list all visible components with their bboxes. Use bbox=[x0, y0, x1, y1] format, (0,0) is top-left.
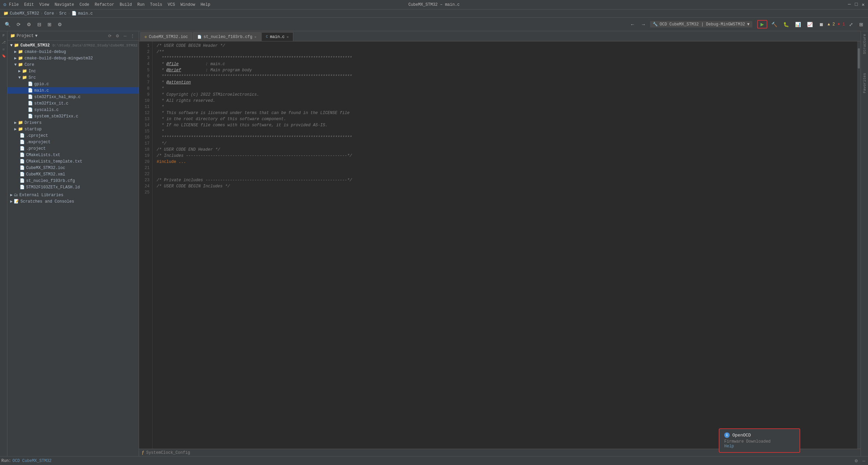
toolbar-gear[interactable]: ⚙ bbox=[56, 20, 64, 29]
breadcrumb-file[interactable]: main.c bbox=[78, 11, 93, 16]
panel-gear-btn[interactable]: ⋮ bbox=[129, 33, 136, 39]
editor-scrollbar-thumb[interactable] bbox=[858, 48, 860, 69]
tree-main-label: main.c bbox=[34, 88, 49, 93]
tab-main[interactable]: C main.c ✕ bbox=[261, 32, 293, 41]
tree-mxproject[interactable]: 📄 .mxproject bbox=[7, 139, 139, 145]
tree-flash-ld[interactable]: 📄 STM32F103ZETx_FLASH.ld bbox=[7, 184, 139, 190]
tree-cproject[interactable]: 📄 .cproject bbox=[7, 132, 139, 139]
menu-build[interactable]: Build bbox=[120, 2, 132, 7]
tree-main[interactable]: 📄 main.c bbox=[7, 87, 139, 94]
tree-ioc[interactable]: 📄 CubeMX_STM32.ioc bbox=[7, 165, 139, 171]
tree-cmakelists[interactable]: 📄 CMakeLists.txt bbox=[7, 152, 139, 158]
tree-cfg[interactable]: 📄 st_nucleo_f103rb.cfg bbox=[7, 178, 139, 184]
debug-button[interactable]: 🐛 bbox=[781, 20, 791, 29]
minimize-button[interactable]: ─ bbox=[848, 2, 851, 7]
tree-startup[interactable]: ▶ 📁 startup bbox=[7, 126, 139, 132]
project-panel-dropdown-icon[interactable]: ▼ bbox=[35, 34, 37, 38]
menu-view[interactable]: View bbox=[39, 2, 49, 7]
tab-cfg-close[interactable]: ✕ bbox=[254, 35, 256, 39]
tree-system-icon: 📄 bbox=[28, 114, 33, 119]
file-tree: ▼ 📁 CubeMX_STM32 D:\Study_Data\STM32_Stu… bbox=[7, 41, 139, 456]
run-settings-btn[interactable]: ⚙ bbox=[853, 458, 860, 464]
coverage-button[interactable]: 📊 bbox=[793, 20, 803, 29]
tree-cmakelists-template[interactable]: 📄 CMakeLists_template.txt bbox=[7, 158, 139, 165]
tab-main-close[interactable]: ✕ bbox=[287, 35, 289, 39]
tree-scratches[interactable]: ▶ 📝 Scratches and Consoles bbox=[7, 198, 139, 205]
tree-inc[interactable]: ▶ 📁 Inc bbox=[7, 68, 139, 74]
code-content[interactable]: /* USER CODE BEGIN Header */ /** *******… bbox=[153, 41, 857, 449]
tree-gpio[interactable]: 📄 gpio.c bbox=[7, 81, 139, 87]
tree-hal-msp[interactable]: 📄 stm32f1xx_hal_msp.c bbox=[7, 94, 139, 100]
tree-cmake-debug[interactable]: ▶ 📁 cmake-build-debug bbox=[7, 49, 139, 55]
profile-button[interactable]: 📈 bbox=[805, 20, 815, 29]
close-button[interactable]: ✕ bbox=[862, 2, 865, 7]
tree-cmakelists-template-icon: 📄 bbox=[20, 159, 25, 164]
toolbar-search-everywhere[interactable]: 🔍 bbox=[3, 20, 13, 29]
title-bar: ⚙ File Edit View Navigate Code Refactor … bbox=[0, 0, 868, 10]
breadcrumb-project[interactable]: CubeMX_STM32 bbox=[10, 11, 39, 16]
menu-tools[interactable]: Tools bbox=[150, 2, 162, 7]
tree-system[interactable]: 📄 system_stm32f1xx.c bbox=[7, 113, 139, 119]
sidebar-git-icon[interactable]: ⎇ bbox=[1, 39, 7, 45]
menu-edit[interactable]: Edit bbox=[24, 2, 34, 7]
debug-run-button[interactable]: ▶ bbox=[757, 20, 767, 29]
menu-code[interactable]: Code bbox=[79, 2, 89, 7]
panel-sync-btn[interactable]: ⟳ bbox=[107, 33, 113, 39]
toolbar-sync[interactable]: ⟳ bbox=[15, 20, 23, 29]
toolbar-right: ← → 🔧 OCD CubeMX_STM32 | Debug-MinGWSTM3… bbox=[628, 20, 866, 29]
menu-refactor[interactable]: Refactor bbox=[95, 2, 114, 7]
tree-mxproject-icon: 📄 bbox=[20, 140, 25, 145]
tree-cmake-mingw-label: cmake-build-debug-mingwstm32 bbox=[24, 56, 93, 61]
sidebar-todo-icon[interactable]: ☑ bbox=[1, 46, 7, 52]
tree-external-libs[interactable]: ▶ 🗂 External Libraries bbox=[7, 192, 139, 198]
run-config-selector[interactable]: 🔧 OCD CubeMX_STM32 | Debug-MinGWSTM32 ▼ bbox=[650, 21, 752, 27]
tree-project-label: .project bbox=[26, 146, 46, 151]
expand-editor[interactable]: ⤢ bbox=[847, 20, 855, 29]
stop-button[interactable]: ⏹ bbox=[817, 20, 826, 29]
notification-link[interactable]: Help bbox=[724, 444, 795, 449]
panel-settings-btn[interactable]: ⚙ bbox=[114, 33, 121, 39]
tree-ext-label: External Libraries bbox=[19, 193, 63, 198]
build-button[interactable]: 🔨 bbox=[769, 20, 779, 29]
run-title-label: Run: bbox=[1, 459, 11, 463]
tree-syscalls[interactable]: 📄 syscalls.c bbox=[7, 107, 139, 113]
sidebar-project-icon[interactable]: P bbox=[1, 33, 7, 39]
toolbar-settings-project[interactable]: ⚙ bbox=[25, 20, 33, 29]
toolbar-expand[interactable]: ⊞ bbox=[45, 20, 54, 29]
menu-run[interactable]: Run bbox=[137, 2, 145, 7]
tab-cfg[interactable]: 📄 st_nucleo_f103rb.cfg ✕ bbox=[193, 32, 261, 41]
menu-file[interactable]: File bbox=[9, 2, 19, 7]
menu-vcs[interactable]: VCS bbox=[168, 2, 175, 7]
structure-tab[interactable]: Structure bbox=[862, 33, 867, 55]
sidebar-bookmark-icon[interactable]: 🔖 bbox=[1, 53, 7, 59]
editor-scrollbar[interactable] bbox=[857, 41, 861, 449]
tree-root[interactable]: ▼ 📁 CubeMX_STM32 D:\Study_Data\STM32_Stu… bbox=[7, 42, 139, 49]
breadcrumb-src[interactable]: Src bbox=[59, 11, 67, 16]
breadcrumb-core[interactable]: Core bbox=[44, 11, 54, 16]
tree-cmake-mingw[interactable]: ▶ 📁 cmake-build-debug-mingwstm32 bbox=[7, 55, 139, 61]
tab-cfg-icon: 📄 bbox=[197, 35, 201, 39]
tree-xml[interactable]: 📄 CubeMX_STM32.xml bbox=[7, 171, 139, 178]
menu-help[interactable]: Help bbox=[200, 2, 210, 7]
panel-hide-btn[interactable]: ─ bbox=[122, 33, 128, 39]
editor-tabs: ⚙ CubeMX_STM32.ioc 📄 st_nucleo_f103rb.cf… bbox=[139, 31, 861, 41]
tree-it[interactable]: 📄 stm32f1xx_it.c bbox=[7, 100, 139, 107]
error-badge[interactable]: ✖ 1 bbox=[837, 22, 845, 27]
favorites-tab[interactable]: Favorites bbox=[862, 72, 867, 94]
toolbar-forward[interactable]: → bbox=[639, 20, 648, 29]
tree-drivers[interactable]: ▶ 📁 Drivers bbox=[7, 119, 139, 126]
toolbar-back[interactable]: ← bbox=[628, 20, 637, 29]
layout-button[interactable]: ⊞ bbox=[857, 20, 865, 29]
run-close-btn[interactable]: ─ bbox=[861, 458, 867, 464]
tree-project[interactable]: 📄 .project bbox=[7, 145, 139, 152]
tree-src[interactable]: ▼ 📁 Src bbox=[7, 74, 139, 81]
run-config-dropdown[interactable]: ▼ bbox=[747, 22, 750, 27]
menu-navigate[interactable]: Navigate bbox=[55, 2, 74, 7]
tree-core[interactable]: ▼ 📁 Core bbox=[7, 61, 139, 68]
toolbar-collapse[interactable]: ⊟ bbox=[35, 20, 43, 29]
menu-window[interactable]: Window bbox=[180, 2, 195, 7]
warning-badge[interactable]: ▲ 2 bbox=[828, 22, 835, 27]
tree-folder-icon: 📁 bbox=[18, 49, 23, 54]
tab-ioc[interactable]: ⚙ CubeMX_STM32.ioc bbox=[140, 32, 192, 41]
maximize-button[interactable]: □ bbox=[855, 2, 857, 7]
